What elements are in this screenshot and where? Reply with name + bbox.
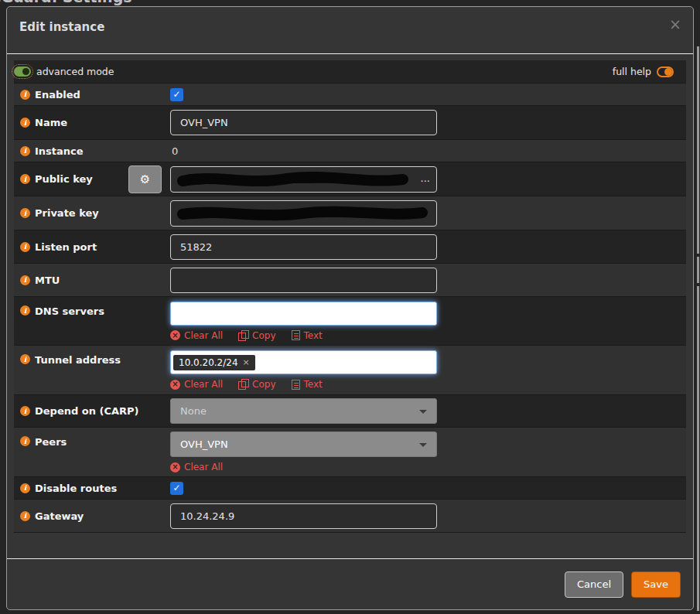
form-row-public-key: iPublic key ⚙ ... (14, 162, 686, 196)
field-label: Gateway (35, 510, 84, 522)
tunnel-copy-link[interactable]: Copy (238, 379, 275, 390)
gateway-input[interactable] (170, 503, 437, 529)
field-label: Enabled (35, 89, 80, 101)
field-label: Listen port (35, 241, 97, 253)
modal-header: Edit instance × (7, 7, 693, 54)
info-icon: i (20, 275, 30, 285)
chevron-down-icon (419, 443, 427, 447)
form-row-gateway: iGateway (14, 500, 686, 533)
background-page-title: WireGuard: Settings (0, 0, 132, 5)
form-row-dns-servers: iDNS servers ×Clear All Copy Text (14, 297, 686, 346)
form-row-instance: iInstance 0 (14, 140, 686, 162)
full-help-toggle-icon[interactable] (657, 67, 674, 77)
save-button[interactable]: Save (631, 571, 681, 598)
tunnel-address-token: 10.0.20.2/24× (173, 355, 255, 370)
field-label: DNS servers (35, 305, 104, 317)
field-label: Instance (35, 145, 84, 157)
form-toolbar-row: advanced mode full help (14, 60, 686, 84)
tunnel-text-link[interactable]: Text (292, 379, 323, 390)
form-row-enabled: iEnabled (14, 84, 686, 106)
field-label: Private key (35, 207, 99, 219)
field-label: Depend on (CARP) (35, 405, 139, 417)
form-row-peers: iPeers OVH_VPN ×Clear All (14, 428, 686, 477)
disable-routes-checkbox[interactable] (170, 482, 183, 495)
form-row-disable-routes: iDisable routes (14, 477, 686, 500)
enabled-checkbox[interactable] (170, 88, 183, 101)
advanced-mode-toggle[interactable] (14, 67, 31, 77)
dns-clear-all-link[interactable]: ×Clear All (170, 330, 223, 341)
instance-value: 0 (170, 145, 178, 157)
dns-servers-input[interactable] (170, 302, 437, 326)
edit-instance-modal: Edit instance × advanced mode full help … (6, 6, 694, 610)
field-label: Disable routes (35, 483, 117, 494)
peers-select[interactable]: OVH_VPN (170, 432, 437, 457)
dns-copy-link[interactable]: Copy (238, 330, 275, 341)
info-icon: i (20, 174, 30, 184)
name-input[interactable] (170, 110, 437, 135)
text-icon (292, 380, 300, 390)
modal-footer: Cancel Save (7, 558, 693, 609)
clear-all-icon: × (170, 330, 180, 340)
form-row-private-key: iPrivate key (14, 196, 686, 230)
redaction-scribble (175, 171, 411, 189)
form-row-depend-on-carp: iDepend on (CARP) None (14, 395, 686, 428)
page-scrollbar[interactable] (697, 46, 699, 611)
field-label: MTU (35, 275, 60, 286)
info-icon: i (20, 242, 30, 252)
field-label: Peers (35, 436, 67, 448)
info-icon: i (20, 118, 30, 128)
dns-text-link[interactable]: Text (292, 330, 323, 341)
info-icon: i (20, 354, 30, 364)
token-remove-icon[interactable]: × (243, 357, 250, 367)
modal-body: advanced mode full help iEnabled iName i… (7, 54, 693, 539)
field-label: Public key (35, 173, 93, 185)
gear-icon: ⚙ (140, 172, 150, 186)
form-row-name: iName (14, 106, 686, 140)
mtu-input[interactable] (170, 268, 437, 293)
info-icon: i (20, 483, 30, 493)
tunnel-clear-all-link[interactable]: ×Clear All (170, 379, 223, 390)
generate-key-button[interactable]: ⚙ (128, 165, 162, 193)
form-row-tunnel-address: iTunnel address 10.0.20.2/24× ×Clear All… (14, 346, 686, 395)
redaction-scribble (175, 205, 430, 223)
peers-clear-all-link[interactable]: ×Clear All (170, 462, 223, 472)
form-row-listen-port: iListen port (14, 230, 686, 264)
info-icon: i (20, 305, 30, 316)
chevron-down-icon (419, 410, 427, 414)
advanced-mode-label: advanced mode (36, 66, 114, 77)
info-icon: i (20, 208, 30, 218)
public-key-input[interactable]: ... (170, 166, 437, 193)
field-label: Name (35, 117, 67, 128)
info-icon: i (20, 406, 30, 416)
cancel-button[interactable]: Cancel (565, 571, 623, 598)
text-icon (292, 330, 300, 340)
form-row-mtu: iMTU (14, 264, 686, 297)
modal-title: Edit instance (19, 20, 104, 34)
info-icon: i (20, 436, 30, 446)
clear-all-icon: × (170, 462, 180, 472)
public-key-overflow: ... (421, 172, 430, 184)
listen-port-input[interactable] (170, 234, 437, 260)
info-icon: i (20, 511, 30, 521)
clear-all-icon: × (170, 380, 180, 390)
info-icon: i (20, 146, 30, 156)
tunnel-address-input[interactable]: 10.0.20.2/24× (170, 350, 437, 374)
field-label: Tunnel address (35, 354, 121, 366)
depend-on-carp-select[interactable]: None (170, 398, 437, 424)
copy-icon (238, 379, 248, 390)
close-icon[interactable]: × (669, 17, 681, 32)
full-help-label: full help (613, 66, 651, 77)
info-icon: i (20, 90, 30, 100)
copy-icon (238, 330, 248, 341)
private-key-input[interactable] (170, 200, 437, 227)
